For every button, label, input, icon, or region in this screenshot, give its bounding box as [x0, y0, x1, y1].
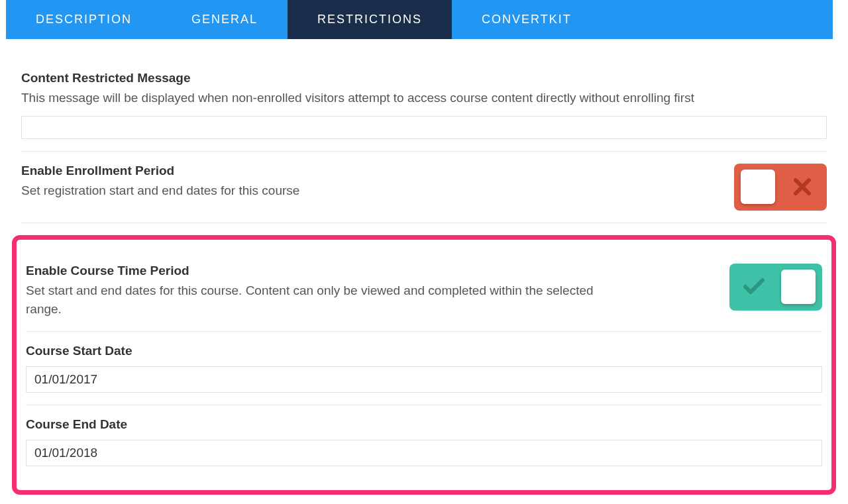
tab-convertkit[interactable]: CONVERTKIT	[452, 0, 602, 39]
course-time-period-desc: Set start and end dates for this course.…	[26, 281, 602, 319]
course-time-period-title: Enable Course Time Period	[26, 264, 602, 278]
enrollment-period-desc: Set registration start and end dates for…	[21, 181, 708, 201]
tab-description[interactable]: DESCRIPTION	[6, 0, 162, 39]
tab-restrictions[interactable]: RESTRICTIONS	[288, 0, 452, 39]
start-date-input[interactable]	[26, 366, 822, 393]
highlight-time-period: Enable Course Time Period Set start and …	[12, 235, 836, 495]
restricted-message-input[interactable]	[21, 116, 827, 139]
section-restricted-message: Content Restricted Message This message …	[21, 71, 827, 152]
end-date-input[interactable]	[26, 440, 822, 466]
section-start-date: Course Start Date	[26, 344, 822, 405]
enrollment-period-title: Enable Enrollment Period	[21, 164, 708, 178]
section-end-date: Course End Date	[26, 417, 822, 478]
restricted-message-desc: This message will be displayed when non-…	[21, 89, 827, 108]
tab-panel-restrictions: Content Restricted Message This message …	[5, 39, 843, 495]
check-icon	[736, 277, 772, 296]
end-date-title: Course End Date	[26, 417, 822, 432]
section-enrollment-period: Enable Enrollment Period Set registratio…	[21, 164, 827, 223]
toggle-knob	[781, 270, 816, 304]
restricted-message-title: Content Restricted Message	[21, 71, 827, 85]
tab-general[interactable]: GENERAL	[162, 0, 288, 39]
course-time-period-toggle[interactable]	[729, 264, 822, 311]
toggle-knob	[741, 170, 775, 204]
tab-bar: DESCRIPTION GENERAL RESTRICTIONS CONVERT…	[6, 0, 833, 39]
start-date-title: Course Start Date	[26, 344, 822, 358]
enrollment-period-toggle[interactable]	[734, 164, 827, 211]
section-course-time-period: Enable Course Time Period Set start and …	[26, 264, 822, 332]
x-icon	[784, 177, 820, 197]
